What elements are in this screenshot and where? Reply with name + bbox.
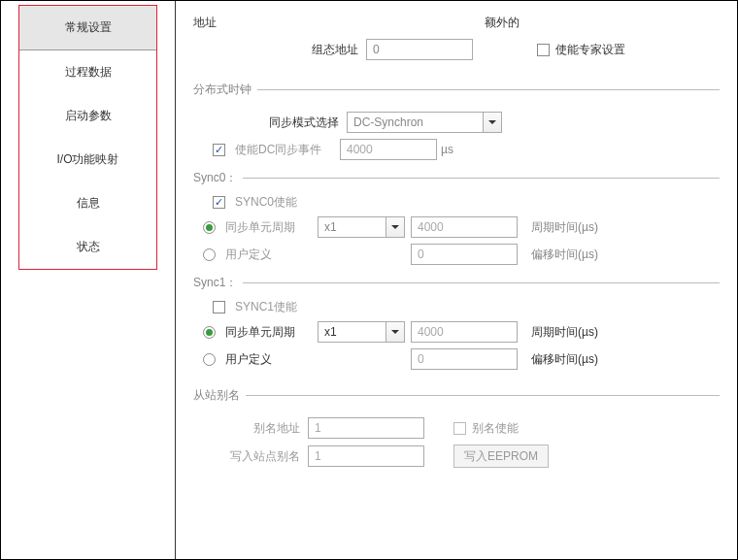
sync0-userdef-label: 用户定义 bbox=[225, 247, 318, 263]
nav-general-settings[interactable]: 常规设置 bbox=[19, 6, 156, 50]
alias-addr-label: 别名地址 bbox=[193, 420, 300, 437]
sync0-period-value bbox=[411, 216, 518, 238]
sync1-title: Sync1： bbox=[193, 275, 237, 291]
sync0-period-time-label: 周期时间(µs) bbox=[531, 219, 598, 236]
address-heading: 地址 bbox=[193, 15, 485, 31]
nav-status[interactable]: 状态 bbox=[19, 225, 156, 269]
sync-mode-value[interactable] bbox=[347, 112, 483, 133]
sync0-offset-time-label: 偏移时间(µs) bbox=[531, 247, 598, 263]
sync1-offset-time-label: 偏移时间(µs) bbox=[531, 351, 598, 368]
sync1-enable-label: SYNC1使能 bbox=[235, 299, 297, 315]
sync1-unitperiod-radio[interactable] bbox=[203, 326, 216, 339]
config-addr-input[interactable] bbox=[366, 39, 473, 60]
nav-io-mapping[interactable]: I/O功能映射 bbox=[19, 138, 156, 181]
sync0-enable-checkbox[interactable] bbox=[213, 196, 225, 209]
sync0-mult-select[interactable] bbox=[318, 216, 405, 238]
write-eeprom-button[interactable]: 写入EEPROM bbox=[453, 445, 549, 468]
write-alias-input bbox=[308, 445, 424, 467]
chevron-down-icon[interactable] bbox=[386, 321, 405, 343]
sync1-userdef-radio[interactable] bbox=[203, 353, 216, 366]
sync1-userdef-value bbox=[411, 348, 518, 370]
config-addr-label: 组态地址 bbox=[193, 42, 358, 58]
sync1-enable-checkbox[interactable] bbox=[213, 301, 225, 313]
sync1-mult-value[interactable] bbox=[318, 321, 386, 343]
sync1-userdef-label: 用户定义 bbox=[225, 351, 318, 368]
extra-heading: 额外的 bbox=[485, 15, 520, 31]
expert-enable-label: 使能专家设置 bbox=[555, 42, 625, 58]
alias-section-title: 从站别名 bbox=[193, 387, 240, 404]
sync0-unitperiod-label: 同步单元周期 bbox=[225, 219, 318, 236]
nav-process-data[interactable]: 过程数据 bbox=[19, 50, 156, 94]
chevron-down-icon[interactable] bbox=[483, 112, 502, 133]
sync1-mult-select[interactable] bbox=[318, 321, 405, 343]
sync-mode-label: 同步模式选择 bbox=[193, 115, 339, 131]
sync0-mult-value[interactable] bbox=[318, 216, 386, 238]
sync0-userdef-value bbox=[411, 244, 518, 265]
sidebar: 常规设置 过程数据 启动参数 I/O功能映射 信息 状态 bbox=[1, 1, 176, 559]
nav-info[interactable]: 信息 bbox=[19, 181, 156, 225]
alias-addr-input bbox=[308, 417, 424, 439]
sync1-period-time-label: 周期时间(µs) bbox=[531, 324, 598, 341]
sync0-unitperiod-radio[interactable] bbox=[203, 221, 216, 234]
nav-startup-params[interactable]: 启动参数 bbox=[19, 94, 156, 138]
sync0-title: Sync0： bbox=[193, 170, 237, 186]
alias-enable-label: 别名使能 bbox=[472, 420, 519, 437]
sync1-unitperiod-label: 同步单元周期 bbox=[225, 324, 318, 341]
write-alias-label: 写入站点别名 bbox=[193, 448, 300, 465]
chevron-down-icon[interactable] bbox=[386, 216, 405, 238]
enable-dc-unit: µs bbox=[441, 143, 453, 156]
dc-section-title: 分布式时钟 bbox=[193, 82, 252, 98]
enable-dc-label: 使能DC同步事件 bbox=[235, 142, 332, 158]
sync1-period-value bbox=[411, 321, 518, 343]
alias-enable-checkbox[interactable] bbox=[453, 422, 466, 435]
sync0-enable-label: SYNC0使能 bbox=[235, 194, 297, 211]
content-panel: 地址 额外的 组态地址 使能专家设置 分布式时钟 同步模式选择 使能DC同步事件 bbox=[176, 1, 737, 559]
sync0-userdef-radio[interactable] bbox=[203, 248, 216, 261]
enable-dc-value bbox=[340, 139, 437, 160]
expert-enable-checkbox[interactable] bbox=[537, 44, 550, 56]
sync-mode-select[interactable] bbox=[347, 112, 502, 133]
enable-dc-checkbox[interactable] bbox=[213, 144, 225, 156]
